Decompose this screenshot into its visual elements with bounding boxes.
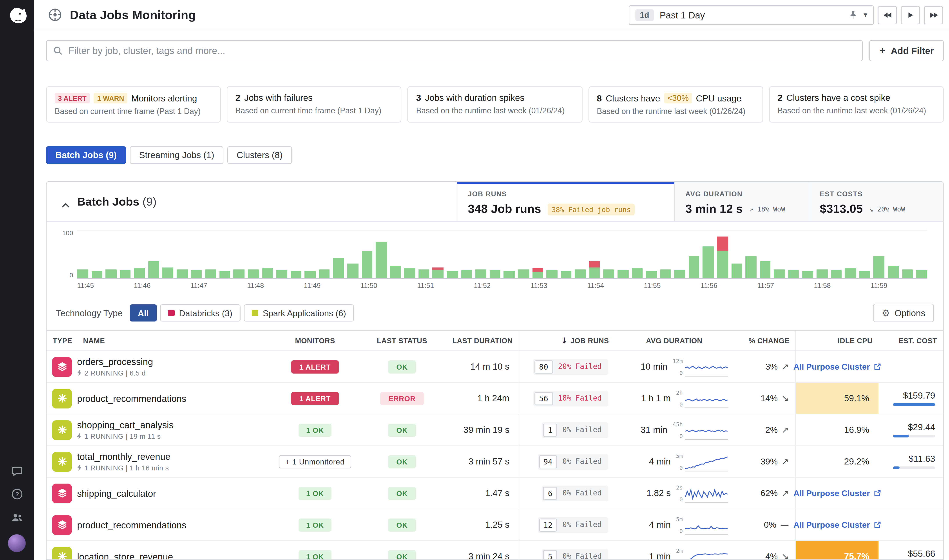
chart-bar[interactable] (475, 269, 486, 278)
bar-chart-area[interactable] (77, 230, 927, 279)
col-last-status[interactable]: LAST STATUS (362, 331, 442, 351)
col-est-cost[interactable]: EST. COST (878, 331, 943, 351)
monitor-badge[interactable]: 1 OK (298, 423, 332, 437)
chart-bar[interactable] (845, 268, 856, 278)
chart-bar[interactable] (774, 269, 785, 278)
table-row[interactable]: product_recommendations 1 OK OK 1.25 s 1… (47, 509, 943, 541)
chart-bar[interactable] (419, 269, 430, 278)
chart-bar[interactable] (817, 269, 827, 278)
chart-bar[interactable] (390, 266, 401, 278)
col-percent-change[interactable]: % CHANGE (733, 331, 795, 351)
chart-bar[interactable] (916, 270, 927, 278)
table-row[interactable]: orders_processing 2 RUNNING | 6.5 d 1 AL… (47, 351, 943, 383)
tab-clusters[interactable]: Clusters (8) (227, 146, 292, 164)
chart-bar[interactable] (433, 267, 444, 278)
job-name[interactable]: orders_processing (77, 357, 153, 367)
chart-bar[interactable] (618, 270, 629, 278)
chart-bar[interactable] (404, 268, 415, 278)
chart-bar[interactable] (234, 270, 245, 278)
stat-est-costs[interactable]: EST COSTS $313.05 ↘ 20% WoW (809, 182, 943, 222)
col-type[interactable]: TYPE (47, 331, 77, 351)
job-name[interactable]: location_store_revenue (77, 551, 173, 560)
table-row[interactable]: product_recommendations 1 ALERT ERROR 1 … (47, 383, 943, 414)
filter-search-input[interactable] (69, 45, 856, 56)
col-job-runs[interactable]: ↓ JOB RUNS (519, 331, 615, 351)
card-jobs-with-failures[interactable]: 2Jobs with failures Based on current tim… (227, 86, 402, 123)
col-avg-duration[interactable]: AVG DURATION (615, 331, 733, 351)
chart-bar[interactable] (305, 271, 316, 278)
col-idle-cpu[interactable]: IDLE CPU (795, 331, 878, 351)
monitor-badge[interactable]: 1 ALERT (291, 360, 339, 373)
job-name[interactable]: total_monthly_revenue (77, 451, 171, 462)
chart-bar[interactable] (148, 261, 159, 278)
table-row[interactable]: shopping_cart_analysis 1 RUNNING | 19 m … (47, 414, 943, 446)
stat-avg-duration[interactable]: AVG DURATION 3 min 12 s ↗ 18% WoW (674, 182, 809, 222)
col-monitors[interactable]: MONITORS (268, 331, 362, 351)
chart-bar[interactable] (746, 256, 756, 278)
chart-bar[interactable] (290, 271, 301, 278)
caret-down-icon[interactable]: ▾ (864, 11, 867, 19)
chart-bar[interactable] (632, 268, 643, 278)
chart-bar[interactable] (105, 269, 116, 278)
card-low-cpu-clusters[interactable]: 8 Clusters have <30% CPU usage Based on … (588, 86, 763, 123)
tab-streaming-jobs[interactable]: Streaming Jobs (1) (130, 146, 223, 164)
chart-bar[interactable] (760, 261, 770, 278)
chart-bar[interactable] (319, 269, 330, 278)
chart-bar[interactable] (447, 271, 458, 278)
chart-bar[interactable] (162, 267, 173, 278)
job-runs-badge[interactable]: 80 20% Failed (533, 359, 608, 375)
user-avatar[interactable] (8, 534, 26, 552)
cluster-link[interactable]: All Purpose Cluster (793, 362, 881, 371)
job-runs-badge[interactable]: 5 0% Failed (542, 549, 608, 560)
chart-bar[interactable] (859, 271, 870, 278)
cluster-link[interactable]: All Purpose Cluster (793, 489, 881, 498)
chart-bar[interactable] (788, 270, 799, 278)
job-name[interactable]: product_recommendations (77, 520, 186, 530)
skip-forward-button[interactable] (924, 6, 943, 24)
chart-bar[interactable] (191, 270, 202, 278)
chart-bar[interactable] (276, 270, 287, 278)
play-button[interactable] (901, 6, 920, 24)
chart-bar[interactable] (646, 271, 657, 278)
pin-icon[interactable] (849, 10, 858, 20)
add-filter-button[interactable]: + Add Filter (869, 40, 944, 61)
chart-bar[interactable] (461, 270, 472, 278)
card-duration-spikes[interactable]: 3Jobs with duration spikes Based on the … (408, 86, 582, 123)
chart-bar[interactable] (77, 269, 88, 278)
tech-filter-spark[interactable]: Spark Applications (6) (243, 305, 354, 322)
chart-bar[interactable] (120, 270, 131, 278)
chart-bar[interactable] (731, 263, 742, 278)
job-name[interactable]: shopping_cart_analysis (77, 420, 174, 430)
chart-bar[interactable] (603, 269, 614, 278)
chart-bar[interactable] (675, 270, 686, 278)
table-row[interactable]: location_store_revenue 1 OK OK 3 min 24 … (47, 541, 943, 559)
monitor-badge[interactable]: 1 OK (298, 550, 332, 560)
monitor-badge[interactable]: 1 ALERT (291, 392, 339, 405)
chart-bar[interactable] (802, 271, 813, 278)
stat-job-runs[interactable]: JOB RUNS 348 Job runs 38% Failed job run… (457, 182, 674, 222)
chart-bar[interactable] (262, 268, 273, 278)
org-users-icon[interactable] (11, 511, 23, 523)
job-name[interactable]: shipping_calculator (77, 488, 156, 498)
chart-bar[interactable] (532, 268, 543, 278)
chart-bar[interactable] (902, 269, 913, 278)
job-runs-badge[interactable]: 1 0% Failed (542, 422, 608, 438)
chart-bar[interactable] (703, 246, 714, 278)
chart-bar[interactable] (490, 270, 501, 278)
chart-bar[interactable] (561, 271, 572, 278)
chart-bar[interactable] (177, 269, 188, 278)
skip-back-button[interactable] (878, 6, 897, 24)
chart-bar[interactable] (219, 271, 230, 278)
chart-bar[interactable] (504, 271, 515, 278)
search-box[interactable] (46, 40, 863, 61)
chart-bar[interactable] (689, 256, 699, 278)
table-row[interactable]: shipping_calculator 1 OK OK 1.47 s 6 0% … (47, 478, 943, 509)
job-runs-badge[interactable]: 94 0% Failed (538, 454, 608, 469)
job-runs-badge[interactable]: 56 18% Failed (533, 391, 608, 406)
job-runs-badge[interactable]: 12 0% Failed (538, 517, 608, 533)
chat-icon[interactable] (11, 465, 23, 477)
tab-batch-jobs[interactable]: Batch Jobs (9) (46, 146, 126, 164)
card-cost-spike[interactable]: 2Clusters have a cost spike Based on the… (769, 86, 944, 123)
chart-bar[interactable] (717, 237, 728, 278)
chart-bar[interactable] (575, 269, 586, 278)
